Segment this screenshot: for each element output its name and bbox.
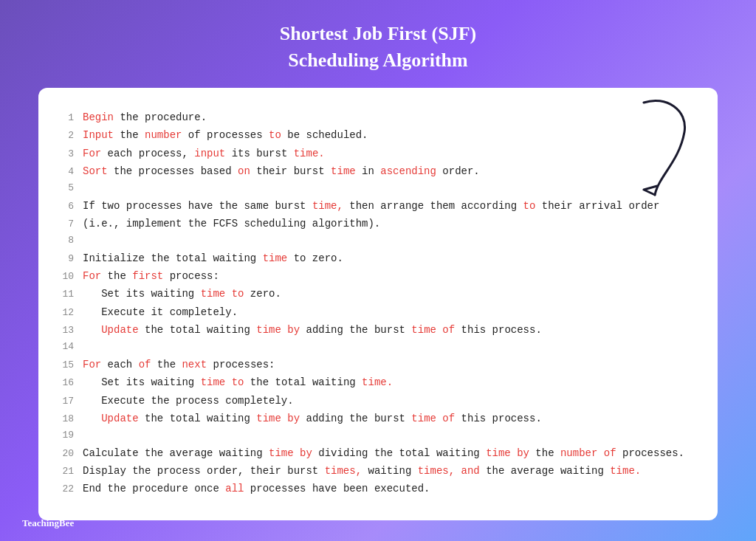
keyword-token: and (461, 465, 480, 477)
line-content: Display the process order, their burst t… (83, 462, 641, 480)
text-token: then (349, 200, 374, 212)
text-token: Set its waiting (83, 376, 201, 388)
keyword-token: on (238, 165, 250, 177)
text-token: the (114, 129, 145, 141)
text-token: Calculate the average waiting (83, 447, 269, 459)
text-token: Initialize the total waiting (83, 252, 263, 264)
line-number: 22 (53, 481, 74, 497)
keyword-token: input (194, 148, 225, 159)
line-number: 13 (53, 323, 74, 339)
code-line: 18 Update the total waiting time by addi… (53, 410, 695, 427)
keyword-token: Update (101, 413, 138, 424)
text-token: the processes based (108, 165, 238, 177)
line-number: 4 (53, 164, 74, 180)
text-token: process: (163, 270, 219, 282)
text-token: be scheduled. (281, 129, 368, 141)
line-number: 11 (53, 286, 74, 303)
line-content: (i.e., implement the FCFS scheduling alg… (83, 215, 380, 232)
text-token: the procedure. (114, 111, 207, 123)
text-token: Display (83, 465, 126, 477)
text-token: the (529, 447, 560, 459)
code-line: 6If two processes have the same burst ti… (53, 197, 695, 215)
code-line: 14 (53, 339, 695, 355)
text-token: their arrival order (535, 200, 659, 212)
text-token: processes (207, 129, 263, 141)
code-line: 9Initialize the total waiting time to ze… (53, 249, 695, 267)
keyword-token: time (411, 413, 436, 424)
keyword-token: time, (312, 200, 343, 212)
text-token: to zero. (287, 252, 343, 264)
text-token: arrange them according (374, 200, 523, 212)
text-token: processes have been executed. (244, 483, 430, 495)
code-line: 21Display the process order, their burst… (53, 462, 695, 480)
code-line: 12 Execute it completely. (53, 303, 695, 321)
keyword-token: number (560, 447, 597, 459)
code-line: 13 Update the total waiting time by addi… (53, 321, 695, 339)
line-content: Update the total waiting time by adding … (83, 410, 542, 427)
line-content: If two processes have the same burst tim… (83, 197, 659, 215)
keyword-token: next (182, 359, 207, 371)
text-token: adding the burst (300, 324, 411, 336)
text-token: the procedure once (101, 483, 225, 495)
keyword-token: ascending (380, 165, 436, 177)
text-token: the total waiting (139, 324, 257, 336)
code-line: 5 (53, 180, 695, 196)
header: Shortest Job First (SJF) Scheduling Algo… (280, 0, 476, 88)
text-token: the total waiting (139, 413, 257, 424)
text-token: the process order, their burst (126, 465, 325, 477)
keyword-token: to (523, 200, 536, 212)
line-number: 12 (53, 305, 74, 321)
line-content: Set its waiting time to the total waitin… (83, 373, 393, 391)
keyword-token: Update (101, 324, 138, 336)
code-line: 15For each of the next processes: (53, 356, 695, 373)
text-token: its burst (225, 148, 293, 159)
line-number: 15 (53, 357, 74, 373)
code-block: 1Begin the procedure.2Input the number o… (53, 108, 695, 498)
keyword-token: to (263, 129, 281, 141)
line-content: Set its waiting time to zero. (83, 285, 281, 303)
text-token (455, 465, 461, 477)
text-token: Set its waiting (83, 288, 201, 300)
code-line: 4Sort the processes based on their burst… (53, 162, 695, 180)
line-content: Begin the procedure. (83, 108, 207, 126)
text-token: waiting (362, 465, 418, 477)
text-token: the (151, 359, 182, 371)
line-number: 21 (53, 464, 74, 480)
code-line: 11 Set its waiting time to zero. (53, 285, 695, 303)
line-number: 6 (53, 199, 74, 215)
text-token: each (101, 359, 138, 371)
line-number: 19 (53, 427, 74, 444)
line-number: 16 (53, 375, 74, 391)
text-token: this process. (455, 413, 542, 424)
code-line: 2Input the number of processes to be sch… (53, 126, 695, 144)
text-token: zero. (244, 288, 281, 300)
code-line: 20Calculate the average waiting time by … (53, 444, 695, 462)
line-content: Calculate the average waiting time by di… (83, 444, 684, 462)
text-token: the average waiting (480, 465, 610, 477)
keyword-token: times, (325, 465, 362, 477)
branding: TeachingBee (22, 517, 74, 529)
line-number: 18 (53, 411, 74, 427)
text-token: the total waiting (244, 376, 362, 388)
line-content: Input the number of processes to be sche… (83, 126, 368, 144)
text-token: Execute the process completely. (83, 395, 294, 407)
line-number: 8 (53, 232, 74, 249)
text-token (83, 413, 101, 424)
line-number: 3 (53, 146, 74, 162)
line-content: Sort the processes based on their burst … (83, 162, 480, 180)
text-token: dividing the total waiting (312, 447, 486, 459)
keyword-token: by (511, 447, 529, 459)
line-content: End the procedure once all processes hav… (83, 480, 430, 497)
keyword-token: time (201, 376, 226, 388)
text-token: End (83, 483, 101, 495)
keyword-token: time (256, 324, 281, 336)
keyword-token: to (225, 376, 244, 388)
keyword-token: by (281, 413, 300, 424)
keyword-token: time (486, 447, 511, 459)
line-content: Update the total waiting time by adding … (83, 321, 542, 339)
keyword-token: times, (418, 465, 455, 477)
code-line: 7(i.e., implement the FCFS scheduling al… (53, 215, 695, 232)
code-line: 1Begin the procedure. (53, 108, 695, 126)
text-token: this process. (455, 324, 542, 336)
keyword-token: Sort (83, 165, 108, 177)
